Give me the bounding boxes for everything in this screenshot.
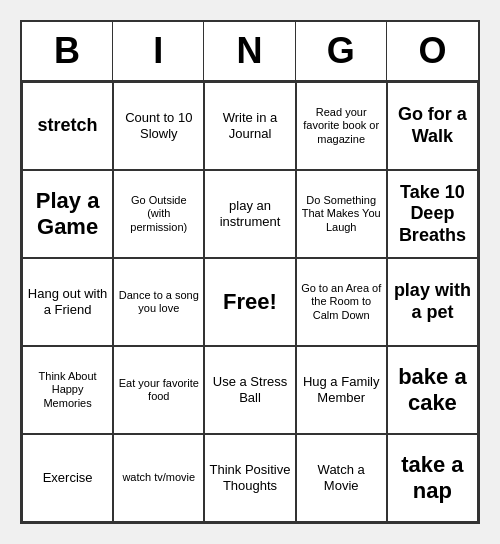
bingo-cell-21: watch tv/movie <box>113 434 204 522</box>
bingo-header: BINGO <box>22 22 478 82</box>
bingo-cell-17: Use a Stress Ball <box>204 346 295 434</box>
bingo-cell-23: Watch a Movie <box>296 434 387 522</box>
bingo-cell-3: Read your favorite book or magazine <box>296 82 387 170</box>
bingo-cell-24: take a nap <box>387 434 478 522</box>
bingo-cell-2: Write in a Journal <box>204 82 295 170</box>
bingo-cell-4: Go for a Walk <box>387 82 478 170</box>
bingo-cell-7: play an instrument <box>204 170 295 258</box>
bingo-cell-8: Do Something That Makes You Laugh <box>296 170 387 258</box>
bingo-cell-11: Dance to a song you love <box>113 258 204 346</box>
bingo-letter-g: G <box>296 22 387 80</box>
bingo-cell-13: Go to an Area of the Room to Calm Down <box>296 258 387 346</box>
bingo-cell-5: Play a Game <box>22 170 113 258</box>
bingo-cell-16: Eat your favorite food <box>113 346 204 434</box>
bingo-letter-b: B <box>22 22 113 80</box>
bingo-cell-20: Exercise <box>22 434 113 522</box>
bingo-letter-o: O <box>387 22 478 80</box>
bingo-cell-14: play with a pet <box>387 258 478 346</box>
bingo-cell-10: Hang out with a Friend <box>22 258 113 346</box>
bingo-cell-12: Free! <box>204 258 295 346</box>
bingo-cell-9: Take 10 Deep Breaths <box>387 170 478 258</box>
bingo-cell-19: bake a cake <box>387 346 478 434</box>
bingo-cell-18: Hug a Family Member <box>296 346 387 434</box>
bingo-cell-0: stretch <box>22 82 113 170</box>
bingo-grid: stretchCount to 10 SlowlyWrite in a Jour… <box>22 82 478 522</box>
bingo-cell-1: Count to 10 Slowly <box>113 82 204 170</box>
bingo-letter-i: I <box>113 22 204 80</box>
bingo-cell-6: Go Outside (with permission) <box>113 170 204 258</box>
bingo-cell-22: Think Positive Thoughts <box>204 434 295 522</box>
bingo-cell-15: Think About Happy Memories <box>22 346 113 434</box>
bingo-card: BINGO stretchCount to 10 SlowlyWrite in … <box>20 20 480 524</box>
bingo-letter-n: N <box>204 22 295 80</box>
